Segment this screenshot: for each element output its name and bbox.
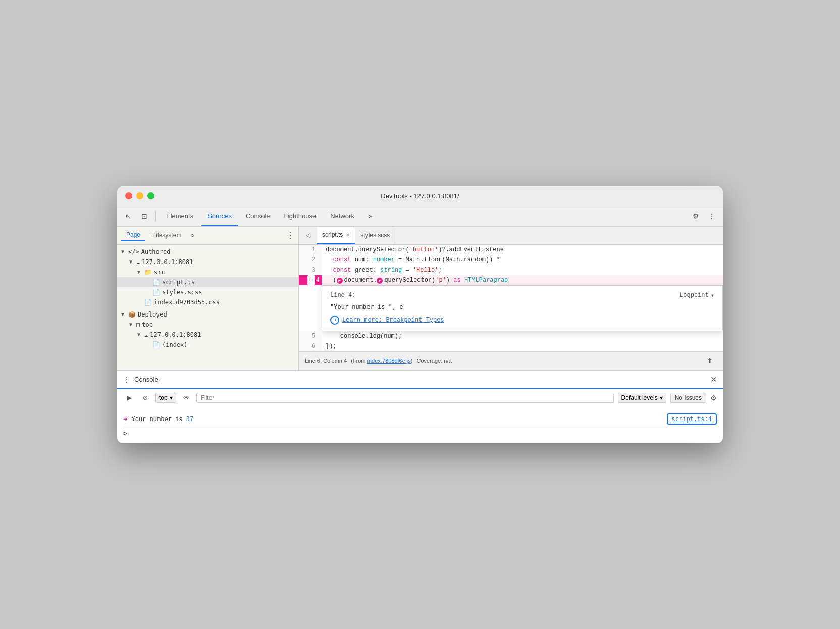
traffic-lights — [125, 192, 154, 199]
line-content-2: const num: number = Math.floor(Math.rand… — [322, 255, 504, 265]
css-file-icon: 📄 — [144, 299, 152, 306]
tree-arrow: ▼ — [129, 259, 136, 265]
tab-sources[interactable]: Sources — [201, 206, 238, 226]
maximize-button[interactable] — [147, 192, 154, 199]
breakpoint-line-label: Line 4: — [330, 292, 355, 299]
code-line-3: 3 const greet: string = 'Hello'; — [299, 265, 723, 275]
console-settings-icon[interactable]: ⚙ — [710, 394, 717, 402]
tree-arrow: ▼ — [121, 311, 128, 317]
tab-filesystem[interactable]: Filesystem — [147, 230, 186, 241]
console-close-button[interactable]: ✕ — [710, 375, 717, 384]
console-toolbar: ▶ ⊘ top ▾ 👁 Default levels ▾ No Issues ⚙ — [117, 389, 723, 407]
tree-authored-group[interactable]: ▼ </> Authored — [117, 247, 298, 257]
line-content-5: console.log(num); — [322, 331, 406, 341]
console-prompt[interactable]: > — [123, 427, 717, 439]
tree-folder-src[interactable]: ▼ 📁 src — [117, 267, 298, 277]
clear-button[interactable]: ⊘ — [139, 392, 151, 404]
device-mode-button[interactable]: ⊡ — [137, 209, 151, 223]
issues-badge[interactable]: No Issues — [670, 393, 706, 403]
source-map-link[interactable]: index.7808df6e.js — [368, 358, 411, 364]
tree-server-authored[interactable]: ▼ ☁ 127.0.0.1:8081 — [117, 257, 298, 267]
context-selector[interactable]: top ▾ — [155, 393, 176, 403]
prompt-chevron: > — [123, 429, 127, 437]
toolbar-divider — [155, 211, 156, 221]
breakpoint-type-dropdown[interactable]: Logpoint ▾ — [679, 292, 714, 299]
tree-item-label: Authored — [141, 248, 171, 255]
live-expression-button[interactable]: 👁 — [180, 392, 192, 404]
main-content: Page Filesystem » ⋮ ▼ </> Authored ▼ ☁ — [117, 227, 723, 370]
line-content-6: }); — [322, 341, 341, 351]
tree-folder-top[interactable]: ▼ □ top — [117, 320, 298, 330]
tree-file-index-css[interactable]: 📄 index.d9703d55.css — [117, 297, 298, 307]
line-number-3: 3 — [299, 265, 322, 275]
line-number-5: 5 — [299, 331, 322, 341]
tree-file-styles-scss[interactable]: 📄 styles.scss — [117, 287, 298, 297]
line-number-4: ··4 — [299, 275, 322, 285]
top-folder-icon: □ — [136, 321, 140, 328]
right-panel: ◁ script.ts ✕ styles.scss 1 document.que… — [299, 227, 723, 370]
more-options-button[interactable]: ⋮ — [705, 209, 719, 223]
learn-more-link[interactable]: Learn more: Breakpoint Types — [342, 317, 444, 324]
line-content-4: (▶document.▶querySelector('p') as HTMLPa… — [322, 275, 512, 285]
breakpoint-input[interactable] — [330, 303, 714, 310]
code-line-6: 6 }); — [299, 341, 723, 351]
panel-tabs: Page Filesystem » ⋮ — [117, 227, 298, 245]
close-tab-icon[interactable]: ✕ — [346, 232, 350, 238]
index-file-icon: 📄 — [152, 341, 160, 348]
file-tab-script-ts[interactable]: script.ts ✕ — [317, 227, 355, 245]
close-button[interactable] — [125, 192, 132, 199]
tab-page[interactable]: Page — [121, 229, 145, 241]
scroll-top-button[interactable]: ⬆ — [703, 354, 717, 368]
line-number-6: 6 — [299, 341, 322, 351]
code-line-5: 5 console.log(num); — [299, 331, 723, 341]
tree-item-label: Deployed — [138, 311, 167, 318]
folder-icon: 📁 — [144, 269, 152, 276]
tab-elements[interactable]: Elements — [160, 206, 199, 226]
log-number: 37 — [186, 415, 193, 423]
tree-arrow: ▼ — [137, 269, 144, 275]
info-icon: ➜ — [330, 316, 339, 325]
code-line-4-breakpoint: ··4 (▶document.▶querySelector('p') as HT… — [299, 275, 723, 285]
tab-network[interactable]: Network — [324, 206, 360, 226]
window-title: DevTools - 127.0.0.1:8081/ — [381, 192, 459, 200]
tree-item-label: styles.scss — [162, 289, 202, 296]
code-line-1: 1 document.querySelector('button')?.addE… — [299, 245, 723, 255]
tree-file-index[interactable]: 📄 (index) — [117, 340, 298, 350]
code-icon: </> — [128, 248, 139, 255]
console-header: ⋮ Console ✕ — [117, 371, 723, 389]
console-filter-input[interactable] — [196, 393, 614, 403]
tree-deployed-group[interactable]: ▼ 📦 Deployed — [117, 309, 298, 320]
status-bar: Line 6, Column 4 (From index.7808df6e.js… — [299, 351, 723, 370]
context-label: top — [159, 394, 168, 401]
execute-button[interactable]: ▶ — [123, 392, 135, 404]
tab-console[interactable]: Console — [240, 206, 276, 226]
tree-arrow: ▼ — [121, 249, 128, 254]
panel-menu-button[interactable]: ⋮ — [286, 231, 294, 240]
tab-more-panels[interactable]: » — [188, 230, 196, 241]
settings-button[interactable]: ⚙ — [689, 209, 703, 223]
breakpoint-input-row — [330, 303, 714, 310]
sidebar-toggle-button[interactable]: ◁ — [301, 228, 315, 242]
select-element-button[interactable]: ↖ — [121, 209, 135, 223]
minimize-button[interactable] — [136, 192, 143, 199]
breakpoint-type-label: Logpoint — [679, 292, 709, 299]
console-output: ➜ Your number is 37 script.ts:4 > — [117, 407, 723, 443]
file-tree: ▼ </> Authored ▼ ☁ 127.0.0.1:8081 ▼ 📁 sr… — [117, 245, 298, 370]
tab-lighthouse[interactable]: Lighthouse — [278, 206, 323, 226]
coverage-label: Coverage: n/a — [416, 358, 451, 364]
console-menu-icon[interactable]: ⋮ — [123, 376, 130, 384]
code-editor[interactable]: 1 document.querySelector('button')?.addE… — [299, 245, 723, 351]
line-content-3: const greet: string = 'Hello'; — [322, 265, 446, 275]
log-levels-dropdown[interactable]: Default levels ▾ — [618, 393, 666, 403]
tab-more[interactable]: » — [362, 206, 378, 226]
cloud-icon-2: ☁ — [144, 331, 148, 338]
left-panel: Page Filesystem » ⋮ ▼ </> Authored ▼ ☁ — [117, 227, 299, 370]
cloud-icon: ☁ — [136, 258, 140, 266]
tree-arrow: ▼ — [129, 322, 136, 327]
tree-file-script-ts[interactable]: 📄 script.ts — [117, 277, 298, 287]
tree-server-deployed[interactable]: ▼ ☁ 127.0.0.1:8081 — [117, 330, 298, 340]
tree-item-label: 127.0.0.1:8081 — [150, 331, 201, 338]
status-bar-right: ⬆ — [703, 354, 717, 368]
file-tab-styles-scss[interactable]: styles.scss — [355, 227, 395, 245]
log-source-link[interactable]: script.ts:4 — [667, 413, 717, 425]
